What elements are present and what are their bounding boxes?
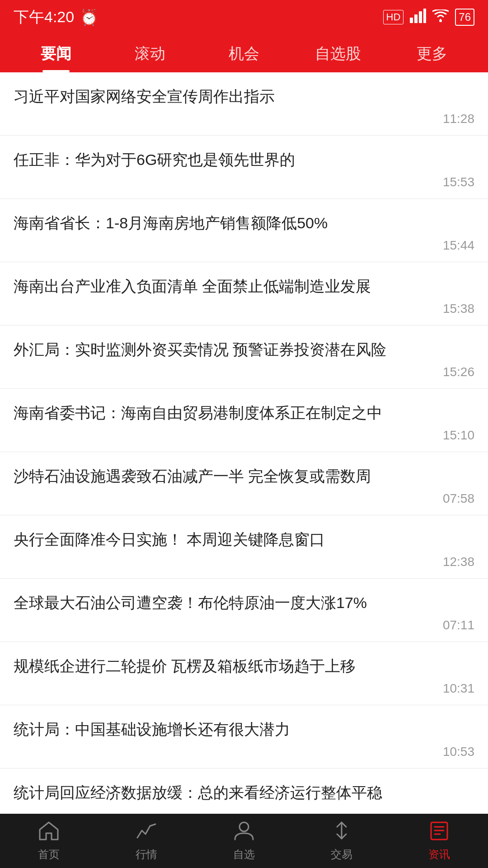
news-item[interactable]: 任正非：华为对于6G研究也是领先世界的 15:53: [0, 136, 488, 199]
news-title: 习近平对国家网络安全宣传周作出指示: [14, 85, 474, 108]
nav-tabs: 要闻 滚动 机会 自选股 更多: [0, 32, 488, 72]
status-time: 下午4:20: [14, 7, 74, 28]
signal-icon: [410, 9, 426, 26]
news-title: 海南省省长：1-8月海南房地产销售额降低50%: [14, 212, 474, 235]
bottom-nav-self-label: 自选: [233, 847, 255, 862]
bottom-nav: 首页 行情 自选 交易: [0, 814, 488, 868]
tab-yaow[interactable]: 要闻: [9, 43, 103, 72]
news-title: 外汇局：实时监测外资买卖情况 预警证券投资潜在风险: [14, 338, 474, 361]
news-item[interactable]: 沙特石油设施遇袭致石油减产一半 完全恢复或需数周 07:58: [0, 452, 488, 515]
news-time: 10:31: [14, 681, 474, 696]
bottom-nav-news-label: 资讯: [428, 847, 450, 862]
news-item[interactable]: 海南出台产业准入负面清单 全面禁止低端制造业发展 15:38: [0, 262, 488, 326]
hd-badge: HD: [383, 10, 404, 24]
svg-rect-2: [419, 11, 422, 23]
news-title: 央行全面降准今日实施！ 本周迎关键降息窗口: [14, 528, 474, 551]
news-time: 07:58: [14, 491, 474, 506]
news-title: 海南出台产业准入负面清单 全面禁止低端制造业发展: [14, 275, 474, 298]
person-icon: [233, 821, 255, 844]
news-time: 15:53: [14, 175, 474, 189]
news-time: 15:26: [14, 365, 474, 379]
bottom-nav-self[interactable]: 自选: [195, 814, 293, 868]
news-title: 全球最大石油公司遭空袭！布伦特原油一度大涨17%: [14, 591, 474, 614]
alarm-icon: ⏰: [80, 8, 99, 26]
tab-scroll[interactable]: 滚动: [103, 43, 197, 72]
news-time: 12:38: [14, 555, 474, 569]
status-bar: 下午4:20 ⏰ HD 76: [0, 0, 488, 32]
home-icon: [38, 821, 60, 844]
tab-watchlist[interactable]: 自选股: [291, 43, 385, 72]
wifi-icon: [432, 9, 449, 25]
news-time: 15:38: [14, 302, 474, 316]
bottom-nav-market-label: 行情: [136, 847, 157, 862]
tab-more[interactable]: 更多: [385, 43, 479, 72]
news-item[interactable]: 外汇局：实时监测外资买卖情况 预警证券投资潜在风险 15:26: [0, 326, 488, 389]
news-title: 规模纸企进行二轮提价 瓦楞及箱板纸市场趋于上移: [14, 655, 474, 678]
news-title: 统计局回应经济数据放缓：总的来看经济运行整体平稳: [14, 781, 474, 804]
news-item[interactable]: 统计局回应经济数据放缓：总的来看经济运行整体平稳: [0, 769, 488, 817]
news-title: 任正非：华为对于6G研究也是领先世界的: [14, 148, 474, 171]
svg-point-4: [439, 19, 442, 22]
news-time: 10:53: [14, 745, 474, 759]
news-item[interactable]: 央行全面降准今日实施！ 本周迎关键降息窗口 12:38: [0, 515, 488, 579]
bottom-nav-trade-label: 交易: [331, 847, 352, 862]
tab-opportunity[interactable]: 机会: [197, 43, 291, 72]
news-time: 15:10: [14, 428, 474, 443]
bottom-nav-home-label: 首页: [38, 847, 60, 862]
svg-point-5: [239, 822, 249, 831]
svg-rect-3: [423, 9, 426, 23]
status-icons: HD 76: [383, 9, 474, 26]
bottom-nav-market[interactable]: 行情: [98, 814, 195, 868]
news-item[interactable]: 海南省委书记：海南自由贸易港制度体系正在制定之中 15:10: [0, 389, 488, 452]
news-time: 11:28: [14, 112, 474, 126]
news-list: 习近平对国家网络安全宣传周作出指示 11:28 任正非：华为对于6G研究也是领先…: [0, 72, 488, 817]
status-time-group: 下午4:20 ⏰: [14, 7, 99, 28]
news-title: 沙特石油设施遇袭致石油减产一半 完全恢复或需数周: [14, 465, 474, 488]
bottom-nav-news[interactable]: 资讯: [390, 814, 488, 868]
news-item[interactable]: 规模纸企进行二轮提价 瓦楞及箱板纸市场趋于上移 10:31: [0, 642, 488, 705]
news-time: 15:44: [14, 238, 474, 253]
news-title: 统计局：中国基础设施增长还有很大潜力: [14, 718, 474, 741]
bottom-nav-home[interactable]: 首页: [0, 814, 98, 868]
news-time: 07:11: [14, 618, 474, 632]
svg-rect-1: [414, 14, 418, 23]
trade-icon: [331, 821, 352, 844]
news-item[interactable]: 统计局：中国基础设施增长还有很大潜力 10:53: [0, 705, 488, 769]
svg-rect-0: [410, 18, 413, 23]
news-icon: [428, 821, 450, 844]
chart-icon: [136, 821, 157, 844]
news-item[interactable]: 海南省省长：1-8月海南房地产销售额降低50% 15:44: [0, 199, 488, 262]
news-item[interactable]: 全球最大石油公司遭空袭！布伦特原油一度大涨17% 07:11: [0, 579, 488, 642]
news-item[interactable]: 习近平对国家网络安全宣传周作出指示 11:28: [0, 72, 488, 136]
news-title: 海南省委书记：海南自由贸易港制度体系正在制定之中: [14, 401, 474, 425]
bottom-nav-trade[interactable]: 交易: [293, 814, 390, 868]
battery-icon: 76: [455, 9, 474, 26]
